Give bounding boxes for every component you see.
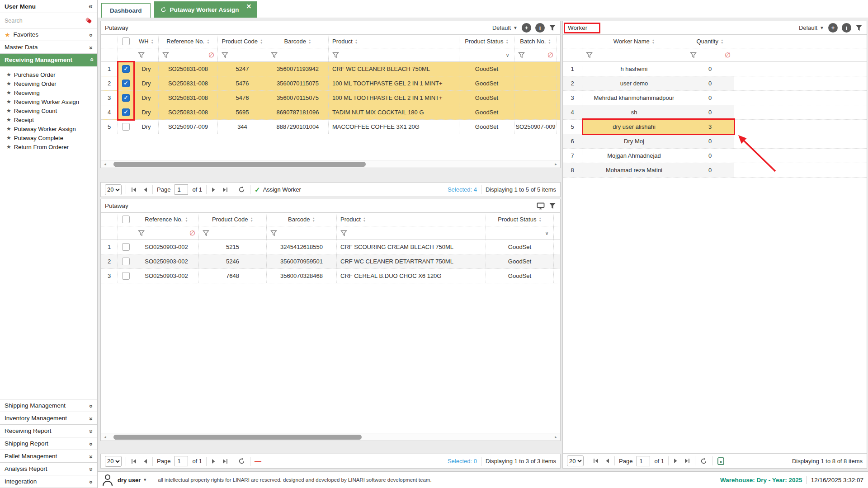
page-input[interactable] bbox=[637, 456, 650, 466]
filter-funnel-icon[interactable] bbox=[271, 52, 278, 58]
chevron-down-icon[interactable]: ∨ bbox=[545, 230, 552, 236]
header-barcode[interactable]: Barcode▲▼ bbox=[267, 213, 337, 226]
scrollbar-track[interactable] bbox=[109, 435, 552, 440]
refresh-button[interactable] bbox=[699, 458, 708, 465]
sidebar-section-shipping-report[interactable]: Shipping Report» bbox=[0, 437, 97, 450]
refresh-button[interactable] bbox=[237, 186, 246, 193]
table-row[interactable]: 3SO0250903-00276483560070328468CRF CEREA… bbox=[101, 269, 560, 283]
clear-filter-icon[interactable]: ∅ bbox=[547, 52, 555, 58]
header-worker-name[interactable]: Worker Name▲▼ bbox=[582, 35, 686, 48]
grid1-view-selector[interactable]: Default▼ bbox=[492, 24, 518, 31]
row-checkbox[interactable] bbox=[122, 108, 130, 116]
last-page-button[interactable] bbox=[683, 458, 691, 464]
info-button[interactable]: i bbox=[842, 23, 851, 33]
chevron-down-icon[interactable]: ∨ bbox=[505, 52, 512, 58]
sidebar-section-shipping-management[interactable]: Shipping Management» bbox=[0, 399, 97, 412]
worker-row[interactable]: 8Mohamad reza Matini0 bbox=[563, 163, 867, 178]
sidebar-item-return-from-orderer[interactable]: ★Return From Orderer bbox=[6, 142, 97, 151]
row-checkbox[interactable] bbox=[122, 243, 130, 251]
first-page-button[interactable] bbox=[130, 187, 138, 192]
page-size-select[interactable]: 20 bbox=[567, 455, 584, 466]
scrollbar-track[interactable] bbox=[109, 162, 552, 167]
sidebar-section-master-data[interactable]: Master Data » bbox=[0, 41, 97, 54]
prev-page-button[interactable] bbox=[142, 187, 148, 192]
worker-row[interactable]: 3Mehrdad khanmohammadpour0 bbox=[563, 91, 867, 105]
row-checkbox[interactable] bbox=[122, 258, 130, 265]
select-all-checkbox[interactable] bbox=[122, 216, 130, 223]
header-reference[interactable]: Reference No.▲▼ bbox=[159, 35, 218, 48]
prev-page-button[interactable] bbox=[604, 458, 610, 464]
header-quantity[interactable]: Quantity▲▼ bbox=[686, 35, 734, 48]
scroll-left-arrow[interactable]: ◂ bbox=[102, 162, 108, 166]
header-product-code[interactable]: Product Code▲▼ bbox=[199, 213, 267, 226]
last-page-button[interactable] bbox=[221, 459, 229, 464]
filter-funnel-icon[interactable] bbox=[690, 52, 697, 58]
remove-button[interactable]: — bbox=[255, 458, 261, 465]
filter-icon[interactable] bbox=[549, 202, 556, 209]
page-size-select[interactable]: 20 bbox=[105, 184, 122, 195]
prev-page-button[interactable] bbox=[142, 459, 148, 464]
filter-funnel-icon[interactable] bbox=[222, 52, 228, 58]
sidebar-item-receiving-count[interactable]: ★Receiving Count bbox=[6, 106, 97, 115]
table-row[interactable]: 1SO0250903-00252153245412618550CRF SCOUR… bbox=[101, 240, 560, 254]
filter-funnel-icon[interactable] bbox=[518, 52, 525, 58]
sidebar-section-analysis-report[interactable]: Analysis Report» bbox=[0, 463, 97, 475]
sidebar-section-receiving-management[interactable]: Receiving Management » bbox=[0, 54, 97, 66]
sidebar-item-purchase-order[interactable]: ★Purchase Order bbox=[6, 70, 97, 79]
table-row[interactable]: 1DrySO250831-00852473560071193942CRF WC … bbox=[101, 62, 560, 76]
scroll-left-arrow[interactable]: ◂ bbox=[102, 435, 108, 439]
sidebar-item-receiving-worker-assign[interactable]: ★Receiving Worker Assign bbox=[6, 97, 97, 106]
header-product[interactable]: Product▲▼ bbox=[329, 35, 459, 48]
header-reference[interactable]: Reference No.▲▼ bbox=[134, 213, 199, 226]
sidebar-item-receipt[interactable]: ★Receipt bbox=[6, 115, 97, 124]
first-page-button[interactable] bbox=[592, 458, 600, 464]
tab-putaway-worker-assign[interactable]: Putaway Worker Assign ✕ bbox=[154, 1, 257, 18]
filter-funnel-icon[interactable] bbox=[270, 230, 277, 236]
select-all-checkbox[interactable] bbox=[122, 38, 130, 45]
sidebar-section-inventory-management[interactable]: Inventory Management» bbox=[0, 412, 97, 425]
table-row[interactable]: 2SO0250903-00252463560070959501CRF WC CL… bbox=[101, 254, 560, 269]
next-page-button[interactable] bbox=[211, 187, 217, 192]
row-checkbox[interactable] bbox=[122, 80, 130, 87]
clear-filter-icon[interactable]: ∅ bbox=[189, 230, 197, 236]
header-barcode[interactable]: Barcode▲▼ bbox=[267, 35, 329, 48]
sidebar-item-putaway-complete[interactable]: ★Putaway Complete bbox=[6, 133, 97, 142]
row-checkbox[interactable] bbox=[122, 272, 130, 280]
scrollbar-thumb[interactable] bbox=[113, 435, 362, 440]
next-page-button[interactable] bbox=[211, 459, 217, 464]
filter-funnel-icon[interactable] bbox=[162, 52, 169, 58]
header-batch-no[interactable]: Batch No.▲▼ bbox=[514, 35, 557, 48]
assign-worker-button[interactable]: ✓ Assign Worker bbox=[255, 186, 301, 194]
row-checkbox[interactable] bbox=[122, 94, 130, 102]
table-row[interactable]: 4DrySO250831-00856958690787181096TADIM N… bbox=[101, 105, 560, 120]
page-input[interactable] bbox=[175, 184, 188, 195]
sidebar-section-favorites[interactable]: ★ Favorites » bbox=[0, 28, 97, 41]
filter-icon[interactable] bbox=[549, 24, 556, 31]
filter-funnel-icon[interactable] bbox=[332, 52, 339, 58]
page-size-select[interactable]: 20 bbox=[105, 456, 122, 467]
row-checkbox[interactable] bbox=[122, 123, 130, 131]
scroll-right-arrow[interactable]: ▸ bbox=[553, 435, 559, 439]
scrollbar-thumb[interactable] bbox=[113, 162, 366, 167]
table-row[interactable]: 3DrySO250831-00854763560070115075100 ML … bbox=[101, 91, 560, 105]
worker-row[interactable]: 4sh0 bbox=[563, 105, 867, 120]
filter-funnel-icon[interactable] bbox=[138, 52, 145, 58]
add-button[interactable]: + bbox=[522, 23, 531, 33]
header-product-code[interactable]: Product Code▲▼ bbox=[218, 35, 267, 48]
table-row[interactable]: 5DrySO250907-0093448887290101004MACCOFFE… bbox=[101, 120, 560, 134]
last-page-button[interactable] bbox=[221, 187, 229, 192]
tab-dashboard[interactable]: Dashboard bbox=[101, 3, 151, 18]
clear-search-icon[interactable] bbox=[85, 17, 93, 24]
table-row[interactable]: 2DrySO250831-00854763560070115075100 ML … bbox=[101, 76, 560, 91]
worker-row[interactable]: 6Dry Moj0 bbox=[563, 134, 867, 149]
filter-funnel-icon[interactable] bbox=[586, 52, 593, 58]
sidebar-item-receiving[interactable]: ★Receiving bbox=[6, 88, 97, 97]
header-product[interactable]: Product▲▼ bbox=[337, 213, 486, 226]
sidebar-section-integeration[interactable]: Integeration» bbox=[0, 475, 97, 488]
worker-row[interactable]: 7Mojgan Ahmadnejad0 bbox=[563, 149, 867, 163]
filter-icon[interactable] bbox=[855, 24, 863, 31]
page-input[interactable] bbox=[175, 456, 188, 466]
filter-funnel-icon[interactable] bbox=[340, 230, 347, 236]
clear-filter-icon[interactable]: ∅ bbox=[208, 52, 216, 58]
next-page-button[interactable] bbox=[673, 458, 679, 464]
